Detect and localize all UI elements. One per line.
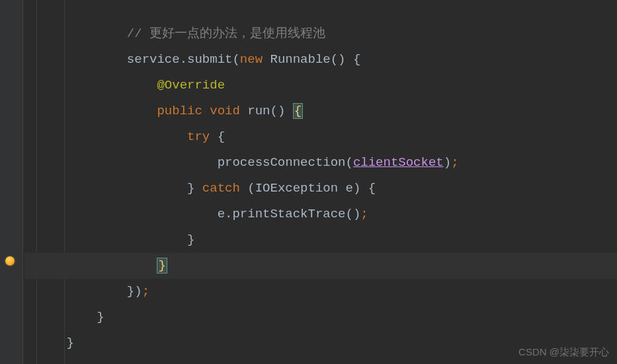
- code-line[interactable]: processConnection(clientSocket);: [24, 150, 617, 176]
- brace-match-close: }: [157, 258, 167, 273]
- code-line[interactable]: }: [24, 227, 617, 253]
- code-text: }: [36, 336, 74, 350]
- code-text: } catch (IOException e) {: [36, 181, 376, 196]
- code-editor[interactable]: // 更好一点的办法，是使用线程池 service.submit(new Run…: [24, 0, 617, 364]
- code-line[interactable]: public void run() {: [24, 98, 617, 124]
- code-text: });: [36, 284, 149, 299]
- brace-match-open: {: [293, 103, 303, 119]
- code-line[interactable]: try {: [24, 124, 617, 150]
- code-text: public void run() {: [36, 103, 303, 119]
- lightbulb-icon[interactable]: [5, 256, 16, 267]
- editor-gutter: [0, 0, 23, 364]
- code-text: processConnection(clientSocket);: [36, 155, 459, 170]
- code-line[interactable]: // 更好一点的办法，是使用线程池: [24, 21, 617, 47]
- watermark-text: CSDN @柒柒要开心: [518, 346, 609, 359]
- comment-text: // 更好一点的办法，是使用线程池: [36, 26, 325, 41]
- variable-clientSocket: clientSocket: [353, 155, 444, 170]
- code-line[interactable]: }: [24, 305, 617, 330]
- code-line-active[interactable]: }: [24, 253, 617, 279]
- code-text: @Override: [36, 78, 225, 92]
- code-text: }: [36, 258, 167, 273]
- code-text: service.submit(new Runnable() {: [36, 52, 360, 67]
- code-text: e.printStackTrace();: [36, 207, 368, 221]
- code-text: }: [36, 233, 194, 247]
- code-line[interactable]: service.submit(new Runnable() {: [24, 47, 617, 73]
- code-line[interactable]: @Override: [24, 73, 617, 98]
- code-line[interactable]: } catch (IOException e) {: [24, 176, 617, 201]
- code-text: }: [36, 310, 104, 324]
- code-text: try {: [36, 129, 225, 144]
- code-line[interactable]: });: [24, 279, 617, 305]
- code-line[interactable]: e.printStackTrace();: [24, 201, 617, 227]
